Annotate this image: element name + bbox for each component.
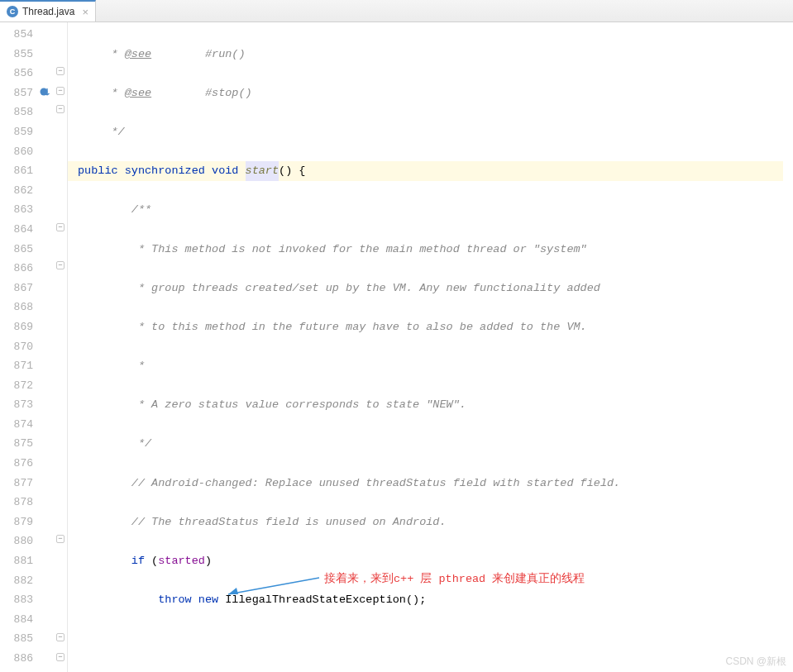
code-line: // Android-changed: Replace unused threa… xyxy=(78,474,793,493)
tab-label: Thread.java xyxy=(22,6,74,17)
tab-bar: C Thread.java × xyxy=(0,0,793,22)
line-number-gutter: 8548558568578588598608618628638648658668… xyxy=(0,22,38,672)
line-number: 859 xyxy=(0,122,33,142)
code-line: * This method is not invoked for the mai… xyxy=(78,240,793,260)
line-number: 863 xyxy=(0,200,33,220)
line-number: 868 xyxy=(0,298,33,317)
breakpoint-icon[interactable] xyxy=(40,86,51,98)
line-number: 879 xyxy=(0,512,33,532)
code-line: * group threads created/set up by the VM… xyxy=(78,279,793,298)
line-number: 861 xyxy=(0,161,33,181)
tab-thread-java[interactable]: C Thread.java × xyxy=(0,0,96,21)
fold-collapse-icon[interactable]: − xyxy=(56,633,64,641)
line-number: 857 xyxy=(0,83,33,103)
code-line: * xyxy=(78,356,793,376)
code-line: * A zero status value corresponds to sta… xyxy=(78,395,793,415)
code-line-current: public synchronized void start() { xyxy=(68,161,783,181)
line-number: 875 xyxy=(0,434,33,454)
line-number: 864 xyxy=(0,220,33,240)
line-number: 854 xyxy=(0,25,33,45)
fold-collapse-icon[interactable]: − xyxy=(56,105,64,113)
line-number: 874 xyxy=(0,415,33,435)
fold-collapse-icon[interactable]: − xyxy=(56,223,64,231)
line-number: 878 xyxy=(0,493,33,512)
annotation-text: 接着来，来到c++ 层 pthread 来创建真正的线程 xyxy=(324,570,585,589)
line-number: 858 xyxy=(0,102,33,122)
code-line: /** xyxy=(78,200,793,220)
line-number: 882 xyxy=(0,571,33,591)
line-number: 885 xyxy=(0,629,33,649)
watermark: CSDN @新根 xyxy=(725,655,786,669)
line-number: 860 xyxy=(0,142,33,162)
line-number: 855 xyxy=(0,45,33,64)
code-line: throw new IllegalThreadStateException(); xyxy=(78,590,793,610)
code-line: * to this method in the future may have … xyxy=(78,317,793,337)
code-area[interactable]: * @see #run() * @see #stop() */ public s… xyxy=(68,22,793,672)
line-number: 880 xyxy=(0,531,33,551)
code-line: if (started) xyxy=(78,551,793,571)
line-number: 883 xyxy=(0,590,33,610)
fold-collapse-icon[interactable]: − xyxy=(56,67,64,75)
line-number: 869 xyxy=(0,317,33,337)
gutter-marks: − − − − − − − − xyxy=(38,22,68,672)
code-editor[interactable]: 8548558568578588598608618628638648658668… xyxy=(0,22,793,672)
fold-collapse-icon[interactable]: − xyxy=(56,535,64,543)
svg-line-1 xyxy=(228,578,319,594)
fold-expand-icon[interactable]: − xyxy=(56,87,64,95)
code-line: * @see #run() xyxy=(78,45,793,64)
line-number: 872 xyxy=(0,376,33,396)
line-number: 873 xyxy=(0,395,33,415)
line-number: 886 xyxy=(0,649,33,669)
code-line: /* Notify the group that this thread is … xyxy=(78,669,793,672)
line-number: 877 xyxy=(0,474,33,493)
close-icon[interactable]: × xyxy=(79,6,88,18)
code-line xyxy=(78,629,793,649)
line-number: 866 xyxy=(0,259,33,279)
line-number: 876 xyxy=(0,454,33,474)
svg-marker-2 xyxy=(228,588,238,594)
code-line: */ xyxy=(78,434,793,454)
line-number: 871 xyxy=(0,356,33,376)
code-line: * @see #stop() xyxy=(78,83,793,103)
code-line: */ xyxy=(78,122,793,142)
fold-collapse-icon[interactable]: − xyxy=(56,653,64,661)
fold-collapse-icon[interactable]: − xyxy=(56,261,64,269)
code-line: // The threadStatus field is unused on A… xyxy=(78,512,793,532)
annotation-arrow-icon xyxy=(222,574,321,599)
line-number: 884 xyxy=(0,610,33,630)
line-number: 865 xyxy=(0,240,33,260)
line-number: 867 xyxy=(0,279,33,298)
line-number: 881 xyxy=(0,551,33,571)
line-number: 856 xyxy=(0,64,33,83)
line-number: 870 xyxy=(0,337,33,357)
class-file-icon: C xyxy=(7,6,18,17)
line-number: 862 xyxy=(0,181,33,201)
